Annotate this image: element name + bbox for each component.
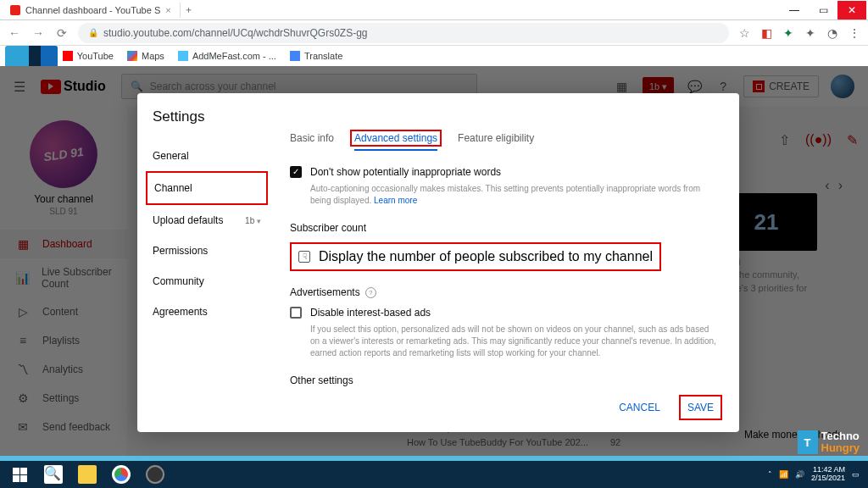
browser-tab[interactable]: Channel dashboard - YouTube S × — [2, 3, 181, 18]
checkbox-disable-ads[interactable] — [290, 307, 302, 319]
new-tab-button[interactable]: ＋ — [181, 3, 198, 16]
window-maximize-button[interactable]: ▭ — [809, 1, 837, 19]
tab-close-icon[interactable]: × — [165, 5, 170, 15]
settings-sidebar: Settings General Channel Upload defaults… — [137, 93, 275, 432]
settings-side-channel[interactable]: Channel — [146, 171, 268, 205]
taskbar: 🔍 ˄ 📶 🔊 11:42 AM2/15/2021 ▭ — [0, 461, 868, 488]
menu-icon[interactable]: ⋮ — [848, 26, 861, 40]
nav-forward-icon[interactable]: → — [31, 26, 46, 40]
bookmark-addmefast[interactable]: AddMeFast.com - ... — [178, 51, 276, 61]
label-disable-ads: Disable interest-based ads — [310, 307, 431, 319]
settings-side-upload[interactable]: Upload defaults1b ▾ — [153, 205, 275, 236]
settings-body: Basic info Advanced settings Feature eli… — [275, 93, 739, 432]
section-subscriber: Subscriber count ☟ Display the number of… — [290, 222, 717, 271]
tray-volume-icon[interactable]: 🔊 — [795, 470, 804, 479]
tray-clock[interactable]: 11:42 AM2/15/2021 — [811, 466, 845, 483]
settings-side-general[interactable]: General — [153, 141, 275, 171]
browser-address-bar: ← → ⟳ 🔒 studio.youtube.com/channel/UCq/w… — [0, 20, 868, 46]
system-tray[interactable]: ˄ 📶 🔊 11:42 AM2/15/2021 ▭ — [768, 466, 865, 483]
tray-network-icon[interactable]: 📶 — [779, 470, 788, 479]
window-close-button[interactable]: ✕ — [837, 1, 866, 19]
extensions-icon[interactable]: ✦ — [804, 26, 817, 40]
tab-basic-info[interactable]: Basic info — [290, 132, 334, 151]
ads-title: Advertisements? — [290, 286, 717, 298]
subscriber-title: Subscriber count — [290, 222, 717, 234]
taskbar-explorer[interactable] — [71, 463, 103, 486]
favicon — [10, 5, 20, 15]
cursor-icon: ☟ — [298, 251, 310, 263]
bookmark-maps[interactable]: Maps — [127, 51, 164, 61]
info-icon[interactable]: ? — [365, 287, 376, 298]
settings-modal: Settings General Channel Upload defaults… — [137, 93, 739, 432]
watermark: T TechnoHungry — [798, 430, 860, 454]
settings-tabs: Basic info Advanced settings Feature eli… — [290, 132, 717, 151]
label-subscriber: Display the number of people subscribed … — [319, 249, 653, 264]
help-inappropriate: Auto-captioning occasionally makes mista… — [310, 183, 717, 207]
browser-titlebar: Channel dashboard - YouTube S × ＋ — ▭ ✕ — [0, 0, 868, 20]
subscriber-row-highlight: ☟ Display the number of people subscribe… — [290, 242, 661, 271]
other-settings-title: Other settings — [290, 374, 717, 386]
learn-more-link[interactable]: Learn more — [374, 196, 417, 205]
taskbar-search[interactable]: 🔍 — [37, 463, 70, 486]
start-button[interactable] — [3, 463, 36, 486]
tray-chevron-icon[interactable]: ˄ — [768, 470, 772, 479]
help-ads: If you select this option, personalized … — [310, 324, 717, 359]
label-inappropriate: Don't show potentially inappropriate wor… — [310, 166, 501, 178]
taskbar-chrome[interactable] — [105, 463, 137, 486]
checkbox-inappropriate[interactable] — [290, 166, 302, 178]
settings-side-community[interactable]: Community — [153, 266, 275, 297]
tab-advanced-settings[interactable]: Advanced settings — [354, 132, 437, 151]
bookmark-translate[interactable]: Translate — [290, 51, 342, 61]
settings-side-agreements[interactable]: Agreements — [153, 297, 275, 327]
settings-side-permissions[interactable]: Permissions — [153, 236, 275, 266]
url-field[interactable]: 🔒 studio.youtube.com/channel/UCq/wchdrSh… — [78, 23, 729, 43]
bookmarks-bar: Gmail YouTube Maps AddMeFast.com - ... T… — [0, 46, 868, 66]
nav-reload-icon[interactable]: ⟳ — [54, 26, 70, 40]
ext-icon-2[interactable]: ✦ — [782, 26, 795, 40]
star-icon[interactable]: ☆ — [737, 26, 751, 40]
lock-icon: 🔒 — [88, 28, 98, 37]
section-ads: Advertisements? Disable interest-based a… — [290, 286, 717, 359]
modal-footer: CANCEL SAVE — [612, 395, 722, 420]
cancel-button[interactable]: CANCEL — [612, 396, 667, 419]
ext-icon-1[interactable]: ◧ — [760, 26, 773, 40]
taskbar-obs[interactable] — [139, 463, 171, 486]
save-button[interactable]: SAVE — [679, 395, 722, 420]
section-inappropriate: Don't show potentially inappropriate wor… — [290, 166, 717, 207]
nav-back-icon[interactable]: ← — [7, 26, 22, 40]
bookmark-youtube[interactable]: YouTube — [63, 51, 114, 61]
url-text: studio.youtube.com/channel/UCq/wchdrShuv… — [103, 27, 367, 39]
tray-notifications-icon[interactable]: ▭ — [852, 470, 860, 479]
window-minimize-button[interactable]: — — [780, 1, 809, 19]
profile-icon[interactable]: ◔ — [826, 26, 839, 40]
tab-feature-eligibility[interactable]: Feature eligibility — [458, 132, 534, 151]
tab-title: Channel dashboard - YouTube S — [25, 5, 160, 15]
settings-title: Settings — [153, 108, 275, 125]
